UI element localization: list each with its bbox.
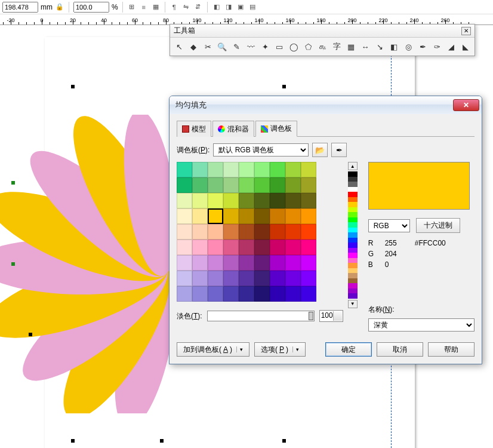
swatch[interactable] [285, 208, 301, 224]
strip-color[interactable] [348, 207, 358, 213]
swatch[interactable] [192, 286, 208, 302]
toolbox-close-button[interactable]: ✕ [461, 27, 471, 35]
tool-rect[interactable]: ▭ [273, 40, 286, 53]
strip-color[interactable] [348, 253, 358, 258]
swatch[interactable] [177, 255, 192, 271]
swatch[interactable] [285, 162, 301, 177]
align-icon[interactable]: ≡ [139, 2, 149, 12]
tab-model[interactable]: 模型 [177, 121, 211, 137]
flip-h-icon[interactable]: ⇋ [181, 2, 191, 12]
swatch[interactable] [285, 193, 301, 208]
swatch[interactable] [301, 208, 316, 224]
swatch[interactable] [285, 255, 301, 271]
swatch[interactable] [239, 208, 254, 224]
strip-color[interactable] [348, 268, 358, 274]
strip-color[interactable] [348, 228, 358, 233]
swatch[interactable] [285, 271, 301, 286]
swatch[interactable] [254, 162, 270, 177]
tool-shape[interactable]: ◆ [187, 40, 200, 53]
swatch[interactable] [254, 286, 270, 302]
swatch[interactable] [270, 208, 285, 224]
sel-handle[interactable] [282, 439, 286, 443]
swatch[interactable] [192, 240, 208, 255]
strip-color[interactable] [348, 243, 358, 248]
color-mode-select[interactable]: RGB [368, 219, 410, 232]
strip-color[interactable] [348, 222, 358, 228]
swatch[interactable] [223, 162, 239, 177]
swatch[interactable] [254, 255, 270, 271]
swatch[interactable] [177, 177, 192, 193]
swatch[interactable] [270, 271, 285, 286]
swatch[interactable] [285, 240, 301, 255]
sel-handle[interactable] [160, 439, 164, 443]
swatch[interactable] [208, 224, 223, 240]
strip-color[interactable] [348, 197, 358, 202]
tool-bezier[interactable]: 〰 [244, 40, 257, 53]
tool-pick[interactable]: ↖ [172, 40, 186, 53]
swatch[interactable] [301, 271, 316, 286]
swatch[interactable] [223, 271, 239, 286]
sel-handle[interactable] [11, 181, 15, 185]
sel-handle[interactable] [29, 333, 32, 336]
swatch[interactable] [254, 224, 270, 240]
uniform-fill-dialog[interactable]: 均匀填充 ✕ 模型 混和器 调色板 调色板(P): 默认 RGB 调色板 📂 ✒… [169, 96, 482, 364]
snap-icon[interactable]: ⊞ [127, 2, 137, 12]
tool-freehand[interactable]: ✎ [230, 40, 243, 53]
swatch[interactable] [285, 177, 301, 193]
tool-zoom[interactable]: 🔍 [215, 40, 229, 53]
tint-slider[interactable] [207, 311, 315, 321]
tool-ifill[interactable]: ◣ [459, 40, 472, 53]
swatch[interactable] [177, 286, 192, 302]
swatch[interactable] [177, 162, 192, 177]
swatch[interactable] [192, 208, 208, 224]
strip-color[interactable] [348, 232, 358, 238]
swatch[interactable] [208, 286, 223, 302]
strip-color[interactable] [348, 182, 358, 187]
swatch[interactable] [192, 177, 208, 193]
strip-color[interactable] [348, 187, 358, 192]
tool-blend[interactable]: ◧ [387, 40, 400, 53]
swatch[interactable] [254, 271, 270, 286]
swatch[interactable] [270, 224, 285, 240]
strip-color[interactable] [348, 258, 358, 263]
palette-select[interactable]: 默认 RGB 调色板 [213, 143, 309, 157]
tool-contour[interactable]: ◎ [402, 40, 415, 53]
swatch[interactable] [301, 177, 316, 193]
ok-button[interactable]: 确定 [325, 342, 372, 357]
cancel-button[interactable]: 取消 [377, 342, 423, 357]
strip-color[interactable] [348, 238, 358, 243]
swatch[interactable] [270, 162, 285, 177]
swatch[interactable] [239, 271, 254, 286]
sel-handle[interactable] [11, 262, 15, 266]
swatch[interactable] [270, 193, 285, 208]
swatch[interactable] [223, 193, 239, 208]
tool-dropper[interactable]: ✒ [416, 40, 429, 53]
tool-polygon[interactable]: ⬠ [301, 40, 315, 53]
swatch[interactable] [192, 193, 208, 208]
tab-mixer[interactable]: 混和器 [212, 121, 254, 137]
swatch[interactable] [177, 240, 192, 255]
eyedropper-button[interactable]: ✒ [331, 143, 347, 157]
swatch[interactable] [285, 224, 301, 240]
tool-crop[interactable]: ✂ [201, 40, 214, 53]
tool-ellipse[interactable]: ◯ [287, 40, 300, 53]
open-palette-button[interactable]: 📂 [312, 143, 328, 157]
swatch[interactable] [208, 240, 223, 255]
swatch[interactable] [223, 177, 239, 193]
grid-icon[interactable]: ▦ [151, 2, 161, 12]
tool-dimension[interactable]: ↔ [359, 40, 372, 53]
swatch[interactable] [192, 224, 208, 240]
swatch[interactable] [239, 193, 254, 208]
add-to-palette-button[interactable]: 加到调色板(A) [177, 342, 249, 357]
name-select[interactable]: 深黄 [368, 318, 474, 332]
para-icon[interactable]: ¶ [170, 2, 179, 12]
strip-color[interactable] [348, 263, 358, 268]
swatch[interactable] [208, 162, 223, 177]
swatch[interactable] [192, 255, 208, 271]
swatch[interactable] [208, 193, 223, 208]
swatch[interactable] [301, 193, 316, 208]
toolbox-titlebar[interactable]: 工具箱 ✕ [170, 24, 474, 38]
lock-icon[interactable]: 🔒 [55, 2, 64, 12]
coord-input[interactable] [2, 2, 38, 13]
zoom-input[interactable] [73, 2, 109, 13]
